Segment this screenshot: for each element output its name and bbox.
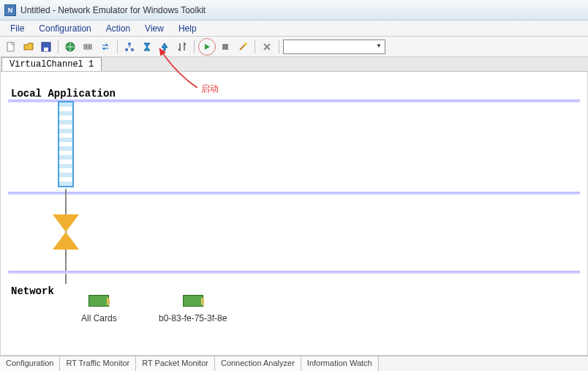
menu-file[interactable]: File <box>3 22 31 35</box>
hbar-mid2 <box>8 271 580 274</box>
network-label: Network <box>11 285 54 297</box>
tab-rt-traffic-monitor[interactable]: RT Traffic Monitor <box>60 356 136 371</box>
app-icon: N <box>4 4 16 16</box>
svg-rect-0 <box>7 42 14 51</box>
tab-configuration[interactable]: Configuration <box>0 356 60 371</box>
topology-button[interactable] <box>121 39 137 55</box>
nic-item[interactable]: b0-83-fe-75-3f-8e <box>159 295 227 323</box>
bottom-tabstrip: Configuration RT Traffic Monitor RT Pack… <box>0 356 588 371</box>
tools-button[interactable] <box>259 39 275 55</box>
uplink-pipe[interactable] <box>58 101 74 187</box>
annotation-start-label: 启动 <box>201 83 219 95</box>
tab-rt-packet-monitor[interactable]: RT Packet Monitor <box>136 356 215 371</box>
toolbar <box>0 37 588 57</box>
svg-point-9 <box>128 42 131 45</box>
wand-button[interactable] <box>235 39 251 55</box>
new-file-button[interactable] <box>3 39 19 55</box>
network-card-icon <box>88 295 109 307</box>
swap-button[interactable] <box>97 39 113 55</box>
channel-tabstrip: VirtualChannel 1 <box>0 57 588 72</box>
toolbar-combo[interactable] <box>283 40 385 54</box>
svg-rect-4 <box>84 45 91 49</box>
menu-action[interactable]: Action <box>99 22 137 35</box>
all-cards-item[interactable]: All Cards <box>81 295 117 323</box>
svg-point-11 <box>244 42 247 45</box>
svg-rect-10 <box>222 44 228 50</box>
tab-connection-analyzer[interactable]: Connection Analyzer <box>215 356 301 371</box>
all-cards-label: All Cards <box>81 313 117 323</box>
stop-button[interactable] <box>217 39 233 55</box>
separator <box>279 40 279 53</box>
svg-point-5 <box>86 45 88 48</box>
nic-label: b0-83-fe-75-3f-8e <box>159 313 227 323</box>
open-button[interactable] <box>20 39 37 55</box>
hourglass-button[interactable] <box>139 39 155 55</box>
menu-bar: File Configuration Action View Help <box>0 20 588 37</box>
window-title: Untitled - Network Emulator for Windows … <box>20 5 206 15</box>
separator <box>255 40 255 53</box>
globe-button[interactable] <box>62 39 78 55</box>
separator <box>58 40 59 53</box>
menu-configuration[interactable]: Configuration <box>31 22 98 35</box>
save-button[interactable] <box>38 39 54 55</box>
network-card-icon <box>183 295 203 307</box>
local-application-label: Local Application <box>11 88 116 100</box>
diagram-canvas: Local Application Network All Cards b0-8… <box>0 72 588 356</box>
annotation-arrow <box>154 44 205 95</box>
tab-virtualchannel-1[interactable]: VirtualChannel 1 <box>1 57 102 71</box>
svg-point-6 <box>88 45 91 48</box>
recorder-button[interactable] <box>80 39 96 55</box>
menu-help[interactable]: Help <box>171 22 204 35</box>
title-bar: N Untitled - Network Emulator for Window… <box>0 0 588 20</box>
tab-information-watch[interactable]: Information Watch <box>301 356 379 371</box>
hbar-top <box>8 100 580 102</box>
filter-node[interactable] <box>48 214 84 251</box>
svg-rect-2 <box>44 48 48 51</box>
menu-view[interactable]: View <box>137 22 171 35</box>
separator <box>117 40 118 53</box>
hbar-mid1 <box>8 192 580 195</box>
